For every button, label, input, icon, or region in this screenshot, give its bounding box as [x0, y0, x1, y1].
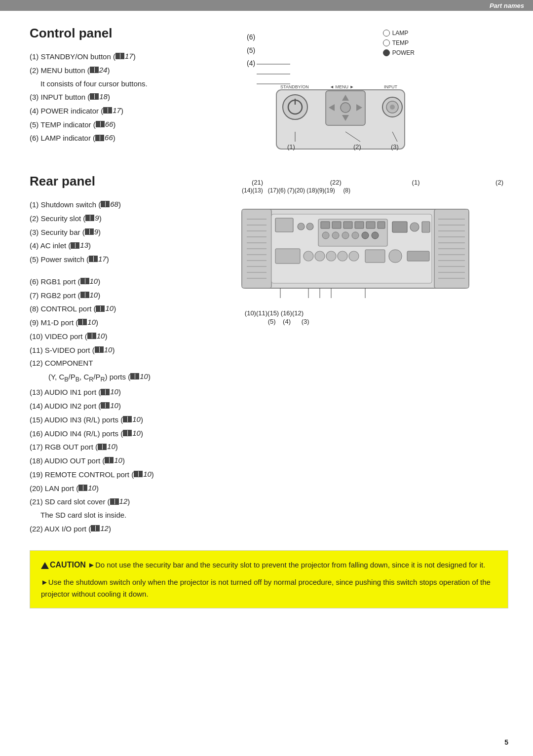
- cp-indicator-labels: LAMP TEMP POWER: [383, 30, 415, 59]
- list-item: (17) RGB OUT port (10): [30, 440, 237, 454]
- svg-point-65: [362, 232, 369, 239]
- lamp-text: LAMP: [392, 30, 409, 37]
- book-icon: [105, 457, 114, 463]
- part-names-label: Part names: [490, 2, 524, 9]
- book-icon: [71, 242, 79, 249]
- rp-diagram: (21) (22) (1) (2) (14)(13) (17)(6) (7)(2…: [237, 179, 508, 325]
- list-item: (5) Power switch (17): [30, 253, 237, 266]
- svg-point-74: [338, 251, 347, 261]
- book-icon: [85, 228, 94, 235]
- control-panel-left: Control panel (1) STANDBY/ON button (17)…: [30, 26, 237, 154]
- list-item: (14) AUDIO IN2 port (10): [30, 399, 237, 413]
- rp-mid-labels: (14)(13) (17)(6) (7)(20) (18)(9)(19) (8): [237, 187, 508, 194]
- temp-text: TEMP: [392, 39, 409, 46]
- list-item: (7) RGB2 port (10): [30, 289, 237, 302]
- list-item: (2) Security slot (9): [30, 212, 237, 225]
- svg-point-53: [306, 223, 313, 230]
- rear-panel-section: Rear panel (1) Shutdown switch (68) (2) …: [30, 174, 508, 535]
- svg-point-14: [341, 103, 350, 113]
- svg-point-63: [342, 232, 349, 239]
- control-panel-title: Control panel: [30, 26, 237, 41]
- book-icon: [80, 278, 89, 284]
- cp-num-5: (5): [247, 44, 255, 57]
- svg-point-71: [304, 251, 313, 261]
- list-item-component-sub: (Y, CB/PB, CR/PR) ports (10): [30, 370, 237, 385]
- caution-text2: ►Use the shutdown switch only when the p…: [41, 578, 491, 598]
- book-icon: [90, 93, 99, 100]
- lamp-label: LAMP: [383, 30, 415, 37]
- svg-rect-76: [365, 250, 385, 263]
- rp-bottom-labels-2: (5) (4) (3): [237, 318, 508, 325]
- svg-point-72: [315, 251, 325, 261]
- page-number: 5: [504, 738, 508, 746]
- svg-rect-55: [321, 222, 330, 228]
- svg-text:(1): (1): [287, 143, 295, 151]
- control-panel-list: (1) STANDBY/ON button (17) (2) MENU butt…: [30, 50, 237, 145]
- rear-panel-list-1: (1) Shutdown switch (68) (2) Security sl…: [30, 198, 237, 266]
- book-icon: [78, 485, 87, 491]
- rp-label-2: (2): [483, 179, 503, 186]
- book-icon: [134, 471, 143, 477]
- svg-rect-69: [422, 222, 430, 232]
- svg-text:STANDBY/ON: STANDBY/ON: [280, 84, 309, 89]
- lamp-circle: [383, 30, 390, 37]
- list-item: (20) LAN port (10): [30, 482, 237, 495]
- list-item: (22) AUX I/O port (12): [30, 522, 237, 535]
- svg-rect-51: [275, 218, 293, 232]
- list-item: (6) RGB1 port (10): [30, 275, 237, 288]
- svg-rect-78: [407, 251, 429, 261]
- temp-circle: [383, 39, 390, 46]
- svg-point-75: [349, 251, 359, 261]
- book-icon: [123, 416, 132, 422]
- svg-point-61: [322, 232, 329, 239]
- svg-rect-57: [343, 222, 352, 228]
- book-icon: [95, 135, 104, 141]
- cp-svg: STANDBY/ON ◄ MENU ►: [257, 55, 415, 154]
- list-item: (10) VIDEO port (10): [30, 330, 237, 343]
- rp-bottom-labels-1: (10)(11)(15) (16)(12): [237, 309, 508, 317]
- caution-box: CAUTION ►Do not use the security bar and…: [30, 550, 508, 608]
- triangle-warn-icon: [41, 562, 49, 569]
- list-item: (15) AUDIO IN3 (R/L) ports (10): [30, 413, 237, 426]
- svg-point-73: [326, 251, 336, 261]
- rp-label-22: (22): [326, 179, 341, 186]
- svg-rect-59: [366, 222, 375, 228]
- list-item: (1) Shutdown switch (68): [30, 198, 237, 211]
- caution-title: CAUTION: [50, 561, 86, 569]
- list-item: (4) POWER indicator (17): [30, 104, 237, 117]
- list-item: (3) INPUT button (18): [30, 90, 237, 104]
- list-item: (11) S-VIDEO port (10): [30, 343, 237, 357]
- control-panel-diagram-area: (6) (5) (4) LAMP TEMP P: [237, 26, 508, 154]
- book-icon: [85, 215, 94, 221]
- cp-diagram: (6) (5) (4) LAMP TEMP P: [247, 26, 415, 154]
- svg-point-52: [298, 223, 305, 230]
- book-icon: [101, 402, 110, 409]
- list-item: (8) CONTROL port (10): [30, 302, 237, 315]
- control-panel-section: Control panel (1) STANDBY/ON button (17)…: [30, 26, 508, 154]
- book-icon: [110, 498, 119, 505]
- svg-rect-58: [355, 222, 364, 228]
- caution-text-1: CAUTION ►Do not use the security bar and…: [41, 559, 497, 571]
- rp-svg: [237, 194, 479, 308]
- rear-panel-title: Rear panel: [30, 174, 237, 189]
- book-icon: [89, 256, 98, 262]
- svg-point-66: [372, 232, 379, 239]
- book-icon: [95, 346, 104, 353]
- rear-panel-left: Rear panel (1) Shutdown switch (68) (2) …: [30, 174, 237, 535]
- rp-label-bot2: (5) (4) (3): [239, 318, 309, 325]
- list-item: (21) SD card slot cover (12): [30, 495, 237, 508]
- book-icon: [80, 292, 89, 298]
- book-icon: [130, 373, 139, 379]
- rp-label-bot: (10)(11)(15) (16)(12): [239, 309, 304, 317]
- cp-top-numbers: (6) (5) (4): [247, 31, 255, 70]
- rear-panel-list-2: (6) RGB1 port (10) (7) RGB2 port (10) (8…: [30, 275, 237, 535]
- main-content: Control panel (1) STANDBY/ON button (17)…: [0, 11, 533, 623]
- rear-panel-diagram-area: (21) (22) (1) (2) (14)(13) (17)(6) (7)(2…: [237, 174, 508, 535]
- book-icon: [101, 389, 110, 395]
- caution-text-2: ►Use the shutdown switch only when the p…: [41, 576, 497, 600]
- svg-rect-60: [378, 222, 385, 228]
- list-item: (5) TEMP indicator (66): [30, 118, 237, 131]
- list-item: (2) MENU button (24): [30, 64, 237, 77]
- top-bar: Part names: [0, 0, 533, 11]
- book-icon: [115, 53, 124, 59]
